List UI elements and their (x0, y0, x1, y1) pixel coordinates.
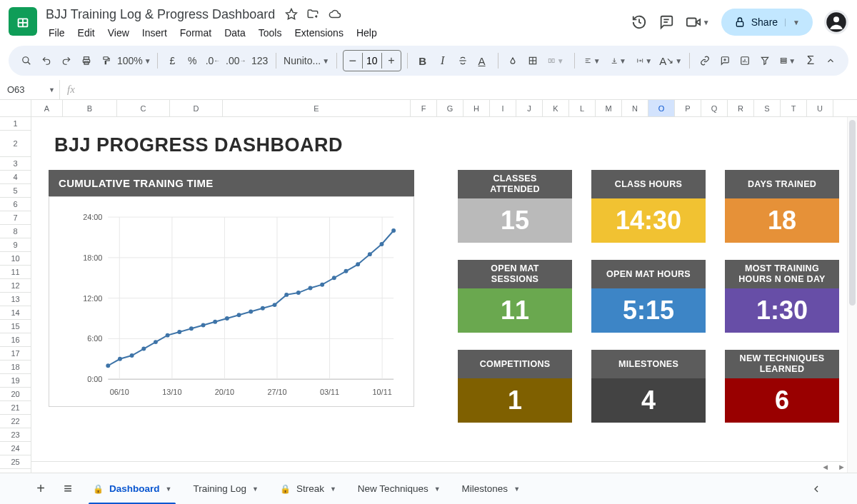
sheet-tab-new-techniques[interactable]: New Techniques▼ (348, 476, 451, 502)
chevron-down-icon[interactable]: ▼ (330, 485, 336, 493)
decrease-font-icon[interactable]: − (344, 51, 362, 71)
col-header-R[interactable]: R (728, 100, 754, 116)
redo-icon[interactable] (57, 51, 76, 71)
col-header-G[interactable]: G (437, 100, 463, 116)
currency-button[interactable]: £ (163, 51, 181, 71)
col-header-C[interactable]: C (117, 100, 170, 116)
row-header-3[interactable]: 3 (0, 157, 31, 171)
menu-view[interactable]: View (102, 24, 135, 41)
sheet-tab-streak[interactable]: 🔒Streak▼ (270, 476, 346, 502)
grid-area[interactable]: 1234567891011121314151617181920212223242… (0, 117, 857, 495)
star-icon[interactable] (285, 8, 298, 21)
col-header-L[interactable]: L (569, 100, 596, 116)
col-header-B[interactable]: B (63, 100, 117, 116)
link-icon[interactable] (696, 51, 714, 71)
decrease-decimal-icon[interactable]: .0← (203, 51, 222, 71)
sheet-tab-training-log[interactable]: Training Log▼ (183, 476, 268, 502)
increase-decimal-icon[interactable]: .00→ (224, 51, 248, 71)
formula-input[interactable] (82, 83, 857, 97)
col-header-K[interactable]: K (543, 100, 569, 116)
menu-file[interactable]: File (43, 24, 71, 41)
select-all-corner[interactable] (0, 100, 31, 116)
row-header-17[interactable]: 17 (0, 347, 31, 361)
row-header-10[interactable]: 10 (0, 252, 31, 266)
col-header-A[interactable]: A (31, 100, 63, 116)
col-header-O[interactable]: O (648, 100, 675, 116)
wrap-button[interactable]: ▼ (632, 51, 656, 71)
font-select[interactable]: Nunito... ▼ (282, 51, 331, 71)
horizontal-scrollbar[interactable]: ◄► (31, 461, 846, 471)
sheet-tab-milestones[interactable]: Milestones▼ (452, 476, 530, 502)
row-header-23[interactable]: 23 (0, 428, 31, 442)
comment-icon[interactable] (658, 14, 674, 30)
history-icon[interactable] (631, 14, 647, 30)
functions-button[interactable]: Σ (801, 51, 820, 71)
meet-icon[interactable]: ▼ (686, 14, 710, 30)
account-avatar[interactable] (824, 10, 848, 34)
chevron-down-icon[interactable]: ▼ (252, 485, 259, 493)
sheet-tab-dashboard[interactable]: 🔒Dashboard▼ (83, 476, 181, 502)
row-header-24[interactable]: 24 (0, 442, 31, 455)
rotate-button[interactable]: A↘▼ (658, 51, 683, 71)
undo-icon[interactable] (37, 51, 56, 71)
menu-data[interactable]: Data (219, 24, 251, 41)
row-header-11[interactable]: 11 (0, 266, 31, 279)
row-header-5[interactable]: 5 (0, 184, 31, 198)
row-header-14[interactable]: 14 (0, 306, 31, 320)
chevron-down-icon[interactable]: ▼ (166, 485, 172, 493)
percent-button[interactable]: % (183, 51, 201, 71)
add-sheet-button[interactable]: + (29, 477, 53, 501)
sheets-app-icon[interactable] (9, 7, 37, 36)
col-header-U[interactable]: U (807, 100, 833, 116)
h-align-button[interactable]: ▼ (580, 51, 604, 71)
vertical-scrollbar[interactable] (847, 117, 857, 495)
v-align-button[interactable]: ▼ (606, 51, 631, 71)
col-header-F[interactable]: F (411, 100, 437, 116)
filter-icon[interactable] (756, 51, 774, 71)
col-header-J[interactable]: J (516, 100, 543, 116)
col-header-H[interactable]: H (463, 100, 490, 116)
menu-help[interactable]: Help (351, 24, 383, 41)
col-header-I[interactable]: I (490, 100, 516, 116)
col-header-T[interactable]: T (781, 100, 807, 116)
insert-comment-icon[interactable] (716, 51, 734, 71)
row-header-13[interactable]: 13 (0, 293, 31, 306)
row-header-15[interactable]: 15 (0, 320, 31, 333)
text-color-button[interactable]: A (473, 51, 492, 71)
bold-button[interactable]: B (414, 51, 432, 71)
share-button[interactable]: Share ▼ (721, 9, 813, 36)
font-size-input[interactable] (362, 53, 382, 69)
row-header-1[interactable]: 1 (0, 117, 31, 131)
row-header-6[interactable]: 6 (0, 198, 31, 211)
row-header-25[interactable]: 25 (0, 455, 31, 469)
row-header-9[interactable]: 9 (0, 238, 31, 252)
scroll-tabs-icon[interactable] (804, 477, 828, 501)
borders-button[interactable] (523, 51, 542, 71)
col-header-S[interactable]: S (754, 100, 781, 116)
menu-extensions[interactable]: Extensions (289, 24, 349, 41)
strikethrough-button[interactable] (453, 51, 472, 71)
col-header-N[interactable]: N (622, 100, 648, 116)
search-menus-icon[interactable] (17, 51, 36, 71)
print-icon[interactable] (77, 51, 96, 71)
row-header-22[interactable]: 22 (0, 415, 31, 428)
row-header-20[interactable]: 20 (0, 388, 31, 401)
menu-edit[interactable]: Edit (72, 24, 101, 41)
col-header-Q[interactable]: Q (701, 100, 728, 116)
all-sheets-button[interactable]: ≡ (56, 477, 80, 501)
italic-button[interactable]: I (433, 51, 452, 71)
row-header-18[interactable]: 18 (0, 361, 31, 374)
row-header-4[interactable]: 4 (0, 171, 31, 184)
merge-button[interactable]: ▼ (543, 51, 568, 71)
menu-insert[interactable]: Insert (136, 24, 173, 41)
col-header-D[interactable]: D (170, 100, 223, 116)
row-header-21[interactable]: 21 (0, 401, 31, 415)
row-header-7[interactable]: 7 (0, 211, 31, 225)
collapse-toolbar-icon[interactable] (821, 51, 840, 71)
row-header-19[interactable]: 19 (0, 374, 31, 388)
col-header-M[interactable]: M (596, 100, 622, 116)
menu-format[interactable]: Format (174, 24, 217, 41)
col-header-E[interactable]: E (223, 100, 411, 116)
row-header-2[interactable]: 2 (0, 131, 31, 157)
insert-chart-icon[interactable] (736, 51, 754, 71)
